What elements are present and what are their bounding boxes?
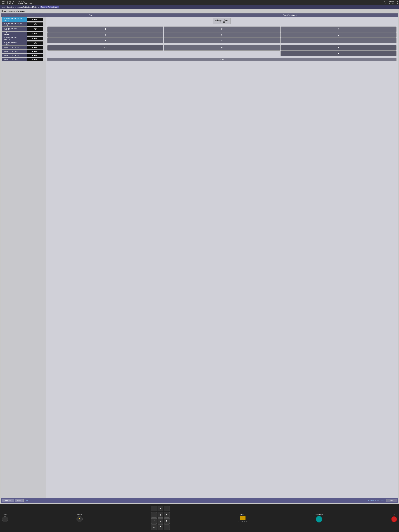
access-label: Access xyxy=(77,514,82,515)
adj-row[interactable]: 2nd Transfer-Lead Edge(Front)+000 xyxy=(2,27,45,31)
adj-label[interactable]: 2nd Transfer-Lead Edge(Back) xyxy=(2,32,27,36)
numpad: 123456789 xyxy=(47,26,397,43)
proof-copy-button[interactable] xyxy=(316,516,322,522)
adj-row[interactable]: 2nd Transfer-Rear Edge(Back)+000 xyxy=(2,41,45,45)
adj-row[interactable]: Separation DC(Back)+000 xyxy=(2,58,45,61)
column-headers: Tray5 Expert Adjustment xyxy=(1,13,398,17)
up-arrow-button[interactable]: ▲ xyxy=(280,51,397,56)
phys-key-C[interactable]: C xyxy=(158,525,163,530)
adj-label[interactable]: 2nd Transfer Output Adj.(Front) xyxy=(2,17,27,22)
top-instructions: Touch [OK] to fix setting Touch [Cancel]… xyxy=(1,1,32,5)
adj-label[interactable]: 2nd Transfer-Lead Edge(Front) xyxy=(2,27,27,31)
adj-row[interactable]: 2nd Transfer Output Adj.(Back)+000 xyxy=(2,22,45,26)
adj-row[interactable]: 2nd Transfer Output Adj.(Front)+000 xyxy=(2,17,45,22)
status-bar: :49 🖨 Controller uncor xyxy=(24,500,386,501)
adjustment-range-value: -50~+50 xyxy=(215,21,228,23)
adj-label[interactable]: 2nd Transfer-Rear Edge(Back) xyxy=(2,41,27,45)
phys-key-8[interactable]: 8 xyxy=(158,518,163,524)
phys-key-6[interactable]: 6 xyxy=(164,512,170,518)
num-6-button[interactable]: 6 xyxy=(280,32,397,38)
phys-key-1[interactable]: 1 xyxy=(151,506,157,511)
physical-controls-row: Help Access 🔑 1234567890C Reset Interrup… xyxy=(2,506,397,530)
breadcrumb-active: Expert Adjustment xyxy=(40,6,59,8)
adj-value: +000 xyxy=(27,18,43,21)
adjustment-range-box: Adjustment Range -50~+50 xyxy=(213,18,231,24)
adjustment-range-label: Adjustment Range xyxy=(215,19,228,21)
top-info-bar: Touch [OK] to fix setting Touch [Cancel]… xyxy=(0,0,399,5)
down-arrow-button[interactable]: ▼ xyxy=(280,45,397,51)
breadcrumb: aper Setting ▶ ChangeIndividualSet. ▶ Ex… xyxy=(0,5,399,9)
adj-label[interactable]: Separation DC(Back) xyxy=(2,58,27,61)
interrupt-label: Interrupt ⏎ xyxy=(238,521,247,522)
adj-value: +000 xyxy=(27,22,43,26)
proof-copy-label: Proof Copy xyxy=(316,513,323,515)
adj-value: +000 xyxy=(27,54,43,57)
phys-key-empty xyxy=(164,525,170,530)
num-1-button[interactable]: 1 xyxy=(47,26,163,32)
sign-button[interactable]: +/- xyxy=(47,45,163,51)
previous-button[interactable]: Previous xyxy=(2,499,14,502)
help-label: Help xyxy=(4,514,6,515)
adj-label[interactable]: Separation DC(Front) xyxy=(2,54,27,57)
adj-row[interactable]: Separation DC(Front)+000 xyxy=(2,54,45,57)
main-screen: Please set expert adjustment Tray5 Exper… xyxy=(0,9,399,504)
num-7-button[interactable]: 7 xyxy=(47,38,163,43)
adj-label[interactable]: Separation AC(Front) xyxy=(2,46,27,50)
adj-label[interactable]: Separation AC(Back) xyxy=(2,50,27,53)
adj-value: +000 xyxy=(27,37,43,40)
screen-title: Please set expert adjustment xyxy=(1,10,398,12)
col-header-expert: Expert Adjustment xyxy=(181,13,398,17)
phys-key-5[interactable]: 5 xyxy=(158,512,163,518)
adj-value: +000 xyxy=(27,27,43,31)
adj-value: +000 xyxy=(27,32,43,36)
physical-numpad: 1234567890C xyxy=(151,506,170,530)
physical-panel: Help Access 🔑 1234567890C Reset Interrup… xyxy=(0,504,399,532)
main-body: 2nd Transfer Output Adj.(Front)+0002nd T… xyxy=(1,17,398,498)
help-button[interactable] xyxy=(2,516,8,522)
adj-row[interactable]: 2nd Transfer-Rear Edge(Front)+000 xyxy=(2,36,45,41)
access-button[interactable]: 🔑 xyxy=(76,516,82,522)
content-area: Tray5 Expert Adjustment 2nd Transfer Out… xyxy=(1,13,398,498)
adj-row[interactable]: 2nd Transfer-Lead Edge(Back)+000 xyxy=(2,32,45,36)
adj-row[interactable]: Separation AC(Front)+000 xyxy=(2,46,45,50)
num-4-button[interactable]: 4 xyxy=(47,32,163,38)
num-9-button[interactable]: 9 xyxy=(280,38,397,43)
adjustment-list: 2nd Transfer Output Adj.(Front)+0002nd T… xyxy=(1,17,46,498)
reset-button-small[interactable]: Reset xyxy=(47,58,397,61)
right-panel: Adjustment Range -50~+50 123456789 +/- 0… xyxy=(46,17,398,498)
adj-label[interactable]: 2nd Transfer Output Adj.(Back) xyxy=(2,22,27,26)
adj-value: +000 xyxy=(27,41,43,45)
phys-key-3[interactable]: 3 xyxy=(164,506,170,511)
phys-key-7[interactable]: 7 xyxy=(151,518,157,524)
adj-row[interactable]: Separation AC(Back)+000 xyxy=(2,50,45,53)
cancel-button[interactable]: Cancel xyxy=(386,499,397,502)
numpad-bottom: +/- 0 ▼ ▲ xyxy=(47,45,397,56)
phys-key-4[interactable]: 4 xyxy=(151,512,157,518)
num-2-button[interactable]: 2 xyxy=(164,26,280,32)
stop-button[interactable] xyxy=(391,516,397,522)
phys-key-9[interactable]: 9 xyxy=(164,518,170,524)
adj-value: +000 xyxy=(27,50,43,53)
next-button[interactable]: Next xyxy=(15,499,24,502)
num-3-button[interactable]: 3 xyxy=(280,26,397,32)
adj-value: +000 xyxy=(27,46,43,50)
num-0-button[interactable]: 0 xyxy=(164,45,280,51)
reset-physical-button[interactable] xyxy=(240,516,246,520)
top-counters: Orig. Count 0 Reserve Job 0 xyxy=(384,1,398,5)
phys-key-2[interactable]: 2 xyxy=(158,506,163,511)
phys-key-0[interactable]: 0 xyxy=(151,525,157,530)
adj-value: +000 xyxy=(27,58,43,61)
col-header-tray: Tray5 xyxy=(1,13,181,17)
num-8-button[interactable]: 8 xyxy=(164,38,280,43)
num-5-button[interactable]: 5 xyxy=(164,32,280,38)
stop-label: Sto xyxy=(393,514,395,515)
reset-label: Reset xyxy=(241,514,245,515)
bottom-navigation: Previous Next :49 🖨 Controller uncor Can… xyxy=(1,498,398,503)
adj-label[interactable]: 2nd Transfer-Rear Edge(Front) xyxy=(2,36,27,41)
